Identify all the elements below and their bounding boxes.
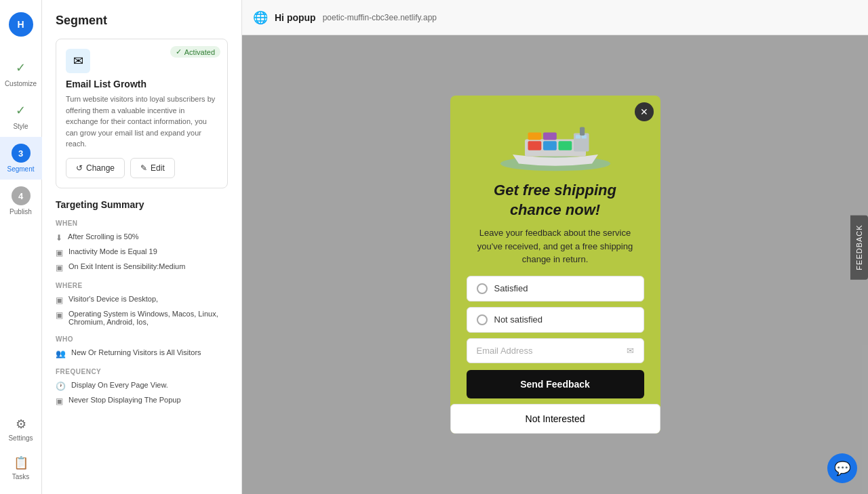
satisfied-option[interactable]: Satisfied <box>467 276 644 302</box>
change-icon: ↺ <box>76 163 83 173</box>
svg-rect-8 <box>575 135 580 138</box>
frequency-label: FREQUENCY <box>56 368 228 375</box>
timer-icon: ▣ <box>56 248 63 258</box>
campaign-card: ✓ Activated ✉ Email List Growth Turn web… <box>56 39 228 188</box>
when-item-0: ⬇ After Scrolling is 50% <box>56 232 228 243</box>
sidebar-item-tasks[interactable]: 📋 Tasks <box>0 449 42 487</box>
top-bar: 🌐 Hi popup poetic-muffin-cbc3ee.netlify.… <box>242 0 868 35</box>
sidebar-label-style: Style <box>13 123 28 130</box>
popup-subtitle: Leave your feedback about the service yo… <box>467 226 644 266</box>
targeting-section: Targeting Summary WHEN ⬇ After Scrolling… <box>56 199 228 406</box>
campaign-description: Turn website visitors into loyal subscri… <box>66 94 218 150</box>
popup-overlay: ✕ <box>242 35 868 494</box>
when-label: WHEN <box>56 220 228 227</box>
sidebar-item-style[interactable]: ✓ Style <box>0 94 42 137</box>
sidebar-label-publish: Publish <box>9 208 32 215</box>
send-feedback-button[interactable]: Send Feedback <box>467 370 644 398</box>
tasks-icon: 📋 <box>14 455 28 470</box>
email-input-row[interactable]: Email Address ✉ <box>467 338 644 363</box>
sidebar-item-publish[interactable]: 4 Publish <box>0 180 42 222</box>
svg-rect-4 <box>558 141 572 150</box>
never-icon: ▣ <box>56 396 63 406</box>
os-icon: ▣ <box>56 310 63 320</box>
who-label: WHO <box>56 335 228 343</box>
where-item-1: ▣ Operating System is Windows, Macos, Li… <box>56 310 228 326</box>
not-satisfied-radio[interactable] <box>477 314 488 325</box>
satisfied-radio[interactable] <box>477 283 488 294</box>
main-panel: Segment ✓ Activated ✉ Email List Growth … <box>42 0 242 494</box>
publish-number-icon: 4 <box>12 186 31 205</box>
frequency-item-1: ▣ Never Stop Displaying The Popup <box>56 396 228 406</box>
svg-rect-3 <box>543 141 557 150</box>
when-item-1: ▣ Inactivity Mode is Equal 19 <box>56 247 228 258</box>
settings-icon: ⚙ <box>16 417 26 432</box>
style-check-icon: ✓ <box>12 101 31 120</box>
activated-badge: ✓ Activated <box>170 46 220 58</box>
globe-icon: 🌐 <box>253 10 268 25</box>
page-title: Hi popup <box>275 12 316 23</box>
change-button[interactable]: ↺ Change <box>66 158 125 178</box>
not-satisfied-label: Not satisfied <box>494 314 543 325</box>
sidebar-label-settings: Settings <box>8 434 33 442</box>
sidebar-item-settings[interactable]: ⚙ Settings <box>0 410 42 449</box>
panel-title: Segment <box>56 14 228 28</box>
popup-title: Get free shipping chance now! <box>467 181 644 220</box>
svg-rect-10 <box>580 127 585 136</box>
who-item-0: 👥 New Or Returning Visitors is All Visit… <box>56 348 228 358</box>
where-item-0: ▣ Visitor's Device is Desktop, <box>56 295 228 305</box>
feedback-tab[interactable]: FEEDBACK <box>850 215 868 279</box>
targeting-title: Targeting Summary <box>56 199 228 210</box>
sidebar-item-segment[interactable]: 3 Segment <box>0 137 42 180</box>
sidebar-label-customize: Customize <box>5 80 37 87</box>
svg-rect-2 <box>528 141 541 150</box>
svg-rect-5 <box>528 133 541 140</box>
campaign-name: Email List Growth <box>66 79 218 89</box>
customize-check-icon: ✓ <box>12 58 31 77</box>
activated-check-icon: ✓ <box>176 47 182 56</box>
not-interested-button[interactable]: Not Interested <box>450 404 660 434</box>
email-placeholder: Email Address <box>477 346 533 356</box>
satisfied-label: Satisfied <box>494 283 528 293</box>
edit-button[interactable]: ✎ Edit <box>130 158 175 178</box>
action-buttons: ↺ Change ✎ Edit <box>66 158 218 178</box>
where-label: WHERE <box>56 282 228 289</box>
device-icon: ▣ <box>56 295 63 305</box>
popup-modal: ✕ <box>450 96 660 434</box>
sidebar-item-customize[interactable]: ✓ Customize <box>0 52 42 94</box>
sidebar: H ✓ Customize ✓ Style 3 Segment 4 Publis… <box>0 0 42 494</box>
app-logo: H <box>9 12 33 37</box>
sidebar-label-segment: Segment <box>7 165 34 173</box>
segment-number-icon: 3 <box>12 144 31 163</box>
frequency-item-0: 🕐 Display On Every Page View. <box>56 381 228 391</box>
close-button[interactable]: ✕ <box>635 102 654 121</box>
ship-image <box>467 112 644 173</box>
envelope-icon: ✉ <box>627 346 634 356</box>
page-url: poetic-muffin-cbc3ee.netlify.app <box>323 13 437 22</box>
preview-area: 🌐 Hi popup poetic-muffin-cbc3ee.netlify.… <box>242 0 868 494</box>
not-satisfied-option[interactable]: Not satisfied <box>467 307 644 333</box>
svg-rect-6 <box>543 133 557 140</box>
exit-icon: ▣ <box>56 263 63 272</box>
display-icon: 🕐 <box>56 382 66 391</box>
users-icon: 👥 <box>56 349 66 358</box>
edit-icon: ✎ <box>140 163 147 173</box>
campaign-icon: ✉ <box>66 49 90 73</box>
chat-icon: 💬 <box>834 460 851 476</box>
when-item-2: ▣ On Exit Intent is Sensibility:Medium <box>56 262 228 272</box>
chat-button[interactable]: 💬 <box>827 453 857 483</box>
sidebar-label-tasks: Tasks <box>12 473 30 480</box>
scroll-icon: ⬇ <box>56 233 62 243</box>
